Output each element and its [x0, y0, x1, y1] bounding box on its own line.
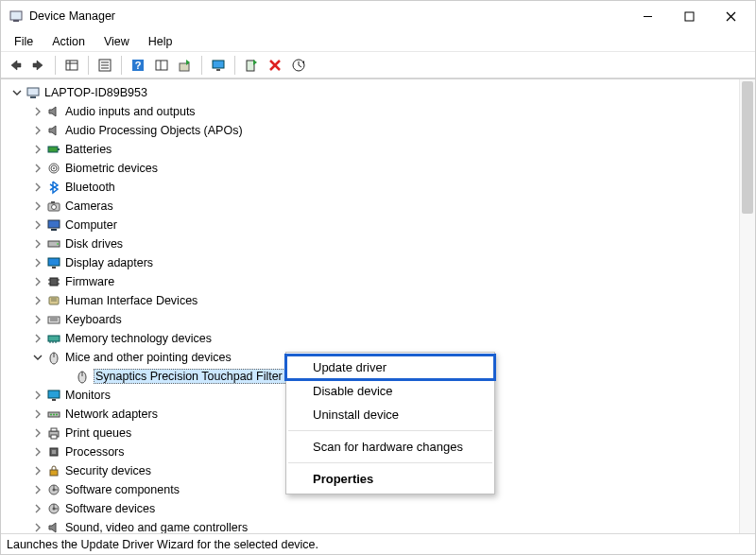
- minimize-button[interactable]: [627, 1, 668, 31]
- tree-item-label: Mice and other pointing devices: [65, 351, 232, 364]
- svg-point-37: [57, 243, 59, 245]
- software-icon: [46, 501, 61, 516]
- help-icon[interactable]: ?: [128, 55, 148, 76]
- device-manager-window: Device Manager File Action View Help ?: [0, 0, 756, 555]
- chevron-right-icon[interactable]: [31, 332, 44, 345]
- svg-rect-39: [52, 267, 56, 269]
- ctx-scan-hardware[interactable]: Scan for hardware changes: [286, 435, 494, 459]
- tree-category[interactable]: Software devices: [10, 499, 755, 518]
- tree-category[interactable]: Cameras: [10, 197, 755, 216]
- svg-text:?: ?: [135, 60, 142, 71]
- svg-rect-17: [180, 63, 189, 71]
- tree-category[interactable]: Audio Processing Objects (APOs): [10, 121, 755, 140]
- menu-action[interactable]: Action: [43, 33, 94, 50]
- chevron-right-icon[interactable]: [31, 521, 44, 533]
- chevron-right-icon[interactable]: [31, 199, 44, 213]
- tree-category[interactable]: Audio inputs and outputs: [10, 102, 755, 121]
- chevron-down-icon[interactable]: [31, 351, 44, 364]
- tree-category[interactable]: Disk drives: [10, 234, 755, 253]
- close-button[interactable]: [710, 1, 751, 31]
- chevron-right-icon[interactable]: [31, 294, 44, 307]
- ctx-disable-device[interactable]: Disable device: [286, 379, 494, 403]
- tree-root-node[interactable]: LAPTOP-ID89B953: [10, 83, 755, 102]
- chevron-right-icon[interactable]: [31, 237, 44, 251]
- enable-icon[interactable]: [241, 55, 262, 76]
- chevron-right-icon[interactable]: [31, 408, 44, 421]
- chevron-right-icon[interactable]: [31, 502, 44, 515]
- tree-category[interactable]: Computer: [10, 216, 755, 234]
- tree-item-label: Keyboards: [65, 313, 122, 326]
- menu-view[interactable]: View: [94, 33, 139, 50]
- svg-point-62: [50, 414, 52, 416]
- tree-item-label: Software devices: [65, 502, 155, 515]
- back-button[interactable]: [5, 55, 26, 76]
- properties-icon[interactable]: [94, 55, 115, 76]
- svg-rect-66: [51, 428, 57, 431]
- printer-icon: [46, 425, 61, 441]
- device-tree[interactable]: LAPTOP-ID89B953Audio inputs and outputsA…: [1, 78, 755, 533]
- svg-rect-18: [213, 61, 224, 68]
- tree-category[interactable]: Memory technology devices: [10, 329, 755, 348]
- speaker-icon: [46, 520, 61, 533]
- svg-point-30: [53, 167, 55, 169]
- tree-item-label: Audio Processing Objects (APOs): [65, 124, 243, 137]
- tree-category[interactable]: Sound, video and game controllers: [10, 518, 755, 533]
- menu-file[interactable]: File: [5, 33, 43, 50]
- tree-category[interactable]: Keyboards: [10, 310, 755, 329]
- chevron-right-icon[interactable]: [31, 464, 44, 477]
- forward-button[interactable]: [28, 55, 49, 76]
- hid-icon: [46, 293, 61, 308]
- tree-item-label: Security devices: [65, 464, 151, 477]
- chevron-down-icon[interactable]: [10, 86, 24, 99]
- menu-help[interactable]: Help: [139, 33, 182, 50]
- update-driver-icon[interactable]: [175, 55, 196, 76]
- cpu-icon: [46, 444, 61, 460]
- monitor-icon[interactable]: [208, 55, 229, 76]
- chevron-right-icon[interactable]: [31, 445, 44, 459]
- chevron-right-icon[interactable]: [31, 124, 44, 137]
- svg-rect-27: [58, 148, 60, 150]
- action-icon[interactable]: [151, 55, 172, 76]
- chevron-right-icon[interactable]: [31, 256, 44, 269]
- show-hidden-icon[interactable]: [61, 55, 82, 76]
- tree-category[interactable]: Human Interface Devices: [10, 291, 755, 310]
- chevron-right-icon[interactable]: [31, 275, 44, 288]
- svg-rect-1: [13, 20, 19, 22]
- chevron-right-icon[interactable]: [31, 426, 44, 440]
- refresh-icon[interactable]: [288, 55, 309, 76]
- chevron-right-icon[interactable]: [31, 218, 44, 232]
- tree-category[interactable]: Biometric devices: [10, 159, 755, 178]
- chevron-right-icon[interactable]: [31, 181, 44, 194]
- keyboard-icon: [46, 312, 61, 327]
- maximize-button[interactable]: [668, 1, 710, 31]
- computer-icon: [46, 217, 61, 233]
- svg-rect-40: [50, 278, 58, 286]
- svg-rect-0: [10, 11, 22, 20]
- chevron-right-icon[interactable]: [31, 105, 44, 118]
- ctx-update-driver[interactable]: Update driver: [286, 356, 494, 379]
- ctx-properties[interactable]: Properties: [286, 467, 494, 491]
- chevron-right-icon[interactable]: [31, 483, 44, 496]
- uninstall-icon[interactable]: [265, 55, 285, 76]
- software-icon: [46, 482, 61, 497]
- chevron-right-icon[interactable]: [31, 389, 44, 402]
- scrollbar[interactable]: [739, 79, 755, 533]
- scrollbar-thumb[interactable]: [742, 81, 753, 214]
- tree-item-label: Network adapters: [65, 408, 158, 421]
- ctx-uninstall-device[interactable]: Uninstall device: [286, 403, 494, 426]
- tree-category[interactable]: Firmware: [10, 272, 755, 291]
- chevron-right-icon[interactable]: [31, 143, 44, 156]
- menubar: File Action View Help: [1, 31, 755, 52]
- tree-category[interactable]: Display adapters: [10, 253, 755, 272]
- svg-point-64: [56, 414, 58, 416]
- battery-icon: [46, 142, 61, 157]
- tree-category[interactable]: Bluetooth: [10, 178, 755, 197]
- chevron-right-icon[interactable]: [31, 162, 44, 175]
- svg-rect-33: [51, 201, 55, 203]
- svg-point-63: [53, 414, 55, 416]
- svg-rect-26: [48, 147, 58, 152]
- chevron-right-icon[interactable]: [31, 313, 44, 326]
- speaker-icon: [46, 104, 61, 119]
- tree-item-label: Cameras: [65, 199, 113, 213]
- tree-category[interactable]: Batteries: [10, 140, 755, 159]
